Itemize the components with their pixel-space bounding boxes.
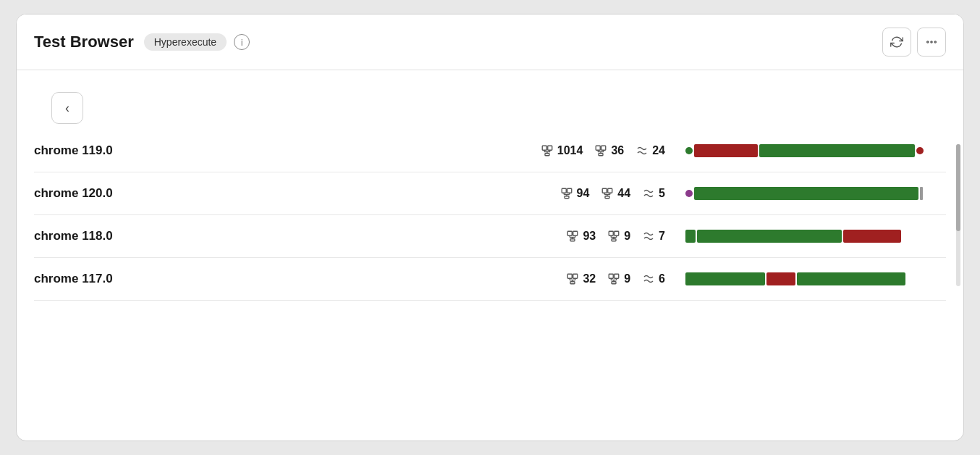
- bar-segment-red: [843, 230, 901, 243]
- rows-container: chrome 119.0 1014: [17, 130, 963, 301]
- table-row: chrome 117.0 32: [34, 258, 946, 301]
- svg-rect-32: [573, 231, 578, 235]
- stat3-count: 7: [659, 230, 665, 243]
- svg-rect-39: [614, 231, 619, 235]
- stats-group: 32 9: [566, 272, 672, 285]
- test-icon: [607, 230, 620, 243]
- svg-rect-58: [612, 282, 616, 284]
- bar-dot-green: [685, 147, 693, 154]
- svg-rect-52: [609, 274, 613, 278]
- svg-rect-44: [612, 239, 616, 241]
- svg-rect-38: [609, 231, 613, 235]
- stat3: 7: [642, 230, 665, 243]
- stat1: 32: [566, 272, 596, 285]
- bar-segment-green: [694, 187, 918, 200]
- stat2: 36: [594, 144, 624, 157]
- stat2: 9: [607, 272, 630, 285]
- progress-bar: [685, 228, 946, 244]
- svg-rect-11: [601, 146, 606, 150]
- build-icon: [541, 144, 554, 157]
- bar-segment-green: [759, 144, 915, 157]
- svg-point-0: [927, 41, 929, 43]
- svg-rect-31: [568, 231, 573, 235]
- progress-bar: [685, 143, 946, 159]
- test-icon: [601, 187, 614, 200]
- stats-group: 93 9: [566, 230, 672, 243]
- stat3-count: 6: [659, 272, 665, 285]
- scenario-icon: [642, 272, 655, 285]
- stat3-count: 24: [652, 144, 665, 157]
- build-icon: [560, 187, 573, 200]
- svg-rect-18: [567, 188, 571, 193]
- svg-rect-24: [603, 188, 607, 193]
- svg-rect-23: [565, 196, 569, 199]
- page-title: Test Browser: [34, 33, 134, 51]
- stat1-count: 32: [583, 272, 596, 285]
- svg-rect-46: [573, 274, 578, 278]
- bar-segment-green: [697, 230, 842, 243]
- stat2: 9: [607, 230, 630, 243]
- svg-rect-17: [562, 188, 566, 193]
- stat2-count: 44: [617, 187, 630, 200]
- scenario-icon: [642, 187, 655, 200]
- scrollbar[interactable]: [956, 144, 960, 286]
- browser-name: chrome 119.0: [34, 143, 164, 158]
- browser-name: chrome 118.0: [34, 229, 164, 243]
- svg-rect-25: [608, 188, 612, 193]
- scenario-icon: [642, 230, 655, 243]
- stat3: 24: [635, 144, 665, 157]
- back-icon: ‹: [65, 101, 69, 116]
- svg-rect-4: [548, 146, 552, 150]
- info-icon[interactable]: i: [234, 34, 250, 50]
- bar-segment-green: [685, 272, 765, 285]
- svg-rect-3: [542, 146, 546, 150]
- test-icon: [607, 272, 620, 285]
- bar-segment-gray: [920, 187, 923, 200]
- header-actions: [882, 28, 946, 57]
- hyperexecute-badge: Hyperexecute: [144, 33, 227, 51]
- stat1-count: 93: [583, 230, 596, 243]
- bar-segment-green2: [797, 272, 905, 285]
- stat1-count: 94: [577, 187, 590, 200]
- svg-rect-16: [599, 154, 603, 156]
- test-icon: [594, 144, 607, 157]
- svg-point-1: [931, 41, 932, 43]
- bar-dot-red: [916, 147, 924, 154]
- refresh-icon: [890, 36, 903, 49]
- stat2: 44: [601, 187, 630, 200]
- scenario-icon: [635, 144, 649, 157]
- more-icon: [925, 36, 938, 49]
- svg-rect-53: [614, 274, 619, 278]
- stat3: 5: [642, 187, 665, 200]
- progress-bar: [685, 271, 946, 287]
- table-row: chrome 119.0 1014: [34, 130, 946, 172]
- stat1: 93: [566, 230, 596, 243]
- build-icon: [566, 230, 579, 243]
- table-row: chrome 120.0 94: [34, 172, 946, 215]
- bar-segment-red: [766, 272, 795, 285]
- back-button[interactable]: ‹: [51, 92, 83, 124]
- more-button[interactable]: [917, 28, 946, 57]
- stat2-count: 36: [611, 144, 624, 157]
- svg-rect-30: [605, 196, 609, 199]
- bar-segment-red: [694, 144, 758, 157]
- progress-bar: [685, 185, 946, 201]
- svg-rect-45: [568, 274, 573, 278]
- table-row: chrome 118.0 93: [34, 215, 946, 258]
- scrollbar-thumb[interactable]: [956, 144, 960, 231]
- stats-group: 1014 36: [541, 144, 672, 157]
- stat1: 94: [560, 187, 590, 200]
- bar-segment-green-small: [685, 230, 696, 243]
- svg-rect-37: [570, 239, 575, 241]
- stats-group: 94 44: [560, 187, 673, 200]
- header: Test Browser Hyperexecute i: [17, 14, 963, 70]
- main-card: Test Browser Hyperexecute i ‹: [16, 14, 964, 441]
- stat2-count: 9: [624, 230, 630, 243]
- browser-name: chrome 117.0: [34, 272, 164, 286]
- svg-point-2: [934, 41, 936, 43]
- bar-dot-purple: [685, 190, 693, 197]
- stat3-count: 5: [659, 187, 665, 200]
- browser-name: chrome 120.0: [34, 186, 164, 201]
- build-icon: [566, 272, 579, 285]
- refresh-button[interactable]: [882, 28, 911, 57]
